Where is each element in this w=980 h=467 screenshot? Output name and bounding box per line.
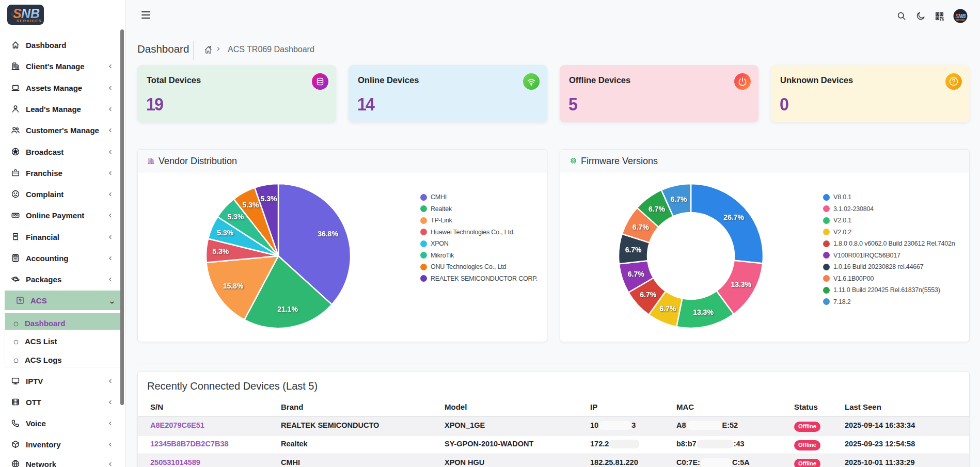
svg-text:6.7%: 6.7% xyxy=(649,205,665,213)
svg-text:13.3%: 13.3% xyxy=(693,308,714,316)
svg-text:SERVICES: SERVICES xyxy=(17,19,42,23)
svg-text:6.7%: 6.7% xyxy=(659,304,676,313)
svg-text:6.7%: 6.7% xyxy=(625,246,642,254)
svg-text:5.3%: 5.3% xyxy=(227,213,244,221)
svg-text:NB: NB xyxy=(958,13,966,19)
svg-text:6.7%: 6.7% xyxy=(633,223,649,231)
svg-text:26.7%: 26.7% xyxy=(723,213,744,221)
svg-text:21.1%: 21.1% xyxy=(277,305,298,313)
svg-text:5.3%: 5.3% xyxy=(217,229,233,237)
svg-text:6.7%: 6.7% xyxy=(671,195,687,203)
svg-text:5.3%: 5.3% xyxy=(212,247,229,255)
svg-text:SERVICES: SERVICES xyxy=(956,19,965,21)
svg-text:15.8%: 15.8% xyxy=(223,282,244,290)
svg-text:6.7%: 6.7% xyxy=(628,270,644,278)
svg-text:36.8%: 36.8% xyxy=(318,230,338,238)
svg-text:5.3%: 5.3% xyxy=(243,201,259,209)
svg-text:6.7%: 6.7% xyxy=(640,291,656,299)
svg-text:5.3%: 5.3% xyxy=(261,195,277,203)
svg-text:13.3%: 13.3% xyxy=(731,280,751,288)
